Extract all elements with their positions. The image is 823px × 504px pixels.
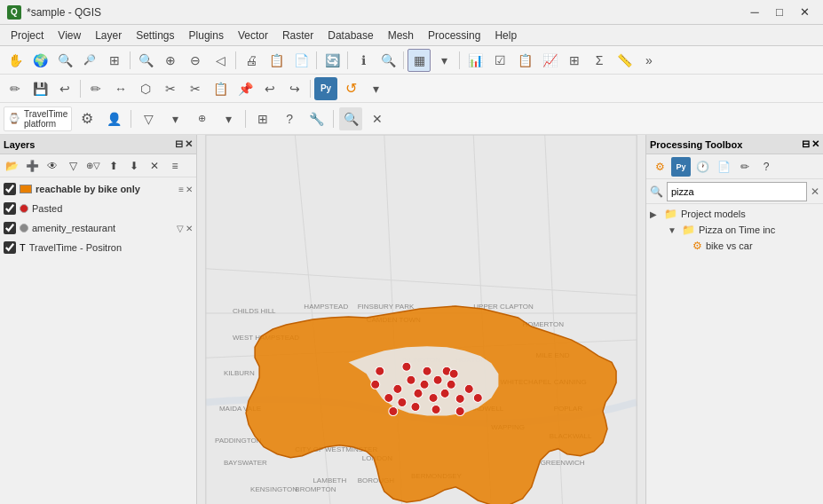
zoom-in2-button[interactable]: ⊕ — [159, 49, 182, 72]
tree-item-bike-vs-car[interactable]: ⚙ bike vs car — [646, 238, 823, 254]
pt-edit-button[interactable]: ✏ — [735, 157, 755, 177]
menu-mesh[interactable]: Mesh — [381, 28, 421, 43]
node-button[interactable]: ⬡ — [134, 77, 157, 100]
grid-button[interactable]: ⊞ — [563, 49, 586, 72]
layers-open-layer-button[interactable]: 📂 — [2, 156, 21, 176]
pt-history-button[interactable]: 🕐 — [692, 157, 712, 177]
processing-undock-button[interactable]: ⊟ — [802, 138, 810, 150]
digitize-button[interactable]: ✏ — [84, 77, 107, 100]
tree-item-pizza-on-time[interactable]: ▼ 📁 Pizza on Time inc — [646, 222, 823, 238]
layers-move-top-button[interactable]: ⬆ — [104, 156, 123, 176]
map-area[interactable]: CHILDS HILL WEST HAMPSTEAD KILBURN MAIDA… — [197, 135, 645, 504]
sum-button[interactable]: Σ — [588, 49, 611, 72]
layer-action-filter[interactable]: ▽ — [177, 224, 184, 233]
layer-check-pasted[interactable] — [4, 202, 16, 215]
zoom-prev-button[interactable]: ◁ — [209, 49, 232, 72]
rollback-button[interactable]: ↩ — [53, 77, 76, 100]
pan-tool-button[interactable]: ✋ — [4, 49, 27, 72]
table2-button[interactable]: 📋 — [513, 49, 536, 72]
tt-cross-button[interactable]: ✕ — [366, 107, 389, 130]
tt-route-button[interactable]: ⊕ — [190, 107, 213, 130]
python-button[interactable]: Py — [314, 77, 337, 100]
select-rect-button[interactable]: ▦ — [408, 49, 431, 72]
menu-layer[interactable]: Layer — [88, 28, 129, 43]
maximize-button[interactable]: □ — [768, 3, 791, 22]
copy-button[interactable]: 📋 — [209, 77, 232, 100]
layers-add-group-button[interactable]: ➕ — [22, 156, 42, 176]
menu-vector[interactable]: Vector — [231, 28, 275, 43]
layer-item-amenity[interactable]: amenity_restaurant ▽ ✕ — [0, 218, 196, 238]
zoom-out-button[interactable]: 🔎 — [78, 49, 101, 72]
close-button[interactable]: ✕ — [793, 3, 816, 22]
menu-database[interactable]: Database — [320, 28, 380, 43]
zoom-in-button[interactable]: 🔍 — [53, 49, 76, 72]
layer-check-traveltime[interactable] — [4, 241, 16, 254]
layers-visibility-button[interactable]: 👁 — [43, 156, 62, 176]
menu-processing[interactable]: Processing — [421, 28, 487, 43]
chart-button[interactable]: 📈 — [538, 49, 561, 72]
menu-raster[interactable]: Raster — [275, 28, 320, 43]
pt-help-button[interactable]: ? — [756, 157, 776, 177]
layer-action-edit[interactable]: ✕ — [186, 224, 193, 233]
layer-item-reachable[interactable]: reachable by bike only ≡ ✕ — [0, 179, 196, 199]
layers-filter2-button[interactable]: ⊕▽ — [83, 156, 103, 176]
tt-grid-button[interactable]: ⊞ — [251, 107, 274, 130]
tt-tools-button[interactable]: 🔧 — [305, 107, 328, 130]
layer-check-reachable[interactable] — [4, 183, 16, 195]
menu-settings[interactable]: Settings — [129, 28, 181, 43]
zoom-map-button[interactable]: 🔍 — [376, 49, 400, 72]
undo-button[interactable]: ↩ — [258, 77, 281, 100]
processing-search-input[interactable] — [667, 182, 807, 201]
menu-plugins[interactable]: Plugins — [182, 28, 231, 43]
macro-drop-button[interactable]: ▾ — [364, 77, 387, 100]
menu-view[interactable]: View — [51, 28, 88, 43]
print-button[interactable]: 🖨 — [240, 49, 263, 72]
tt-filter-drop-button[interactable]: ▾ — [163, 107, 186, 130]
layer-check-amenity[interactable] — [4, 222, 16, 234]
layers-close-button[interactable]: ✕ — [185, 138, 193, 150]
zoom-out2-button[interactable]: ⊖ — [184, 49, 207, 72]
layers-move-bottom-button[interactable]: ⬇ — [124, 156, 144, 176]
processing-search-clear[interactable]: ✕ — [811, 185, 819, 198]
layers-undock-button[interactable]: ⊟ — [175, 138, 183, 150]
tt-route-drop-button[interactable]: ▾ — [217, 107, 240, 130]
delete-button[interactable]: ✂ — [159, 77, 182, 100]
save-edit-button[interactable]: 💾 — [28, 77, 51, 100]
check-button[interactable]: ☑ — [488, 49, 511, 72]
attr-table-button[interactable]: 📄 — [289, 49, 313, 72]
minimize-button[interactable]: ─ — [743, 3, 766, 22]
zoom-full-button[interactable]: 🌍 — [28, 49, 51, 72]
pt-python-button[interactable]: Py — [671, 157, 691, 177]
zoom-layer-button[interactable]: ⊞ — [103, 49, 126, 72]
tree-item-project-models[interactable]: ▶ 📁 Project models — [646, 206, 823, 222]
tt-settings-button[interactable]: ⚙ — [75, 107, 99, 130]
redo-button[interactable]: ↪ — [283, 77, 306, 100]
identify-button[interactable]: 🔍 — [134, 49, 157, 72]
layer-action-icon2[interactable]: ✕ — [186, 185, 193, 194]
pt-results-button[interactable]: 📄 — [714, 157, 733, 177]
move-button[interactable]: ↔ — [109, 77, 132, 100]
pencil-button[interactable]: ✏ — [4, 77, 27, 100]
menu-project[interactable]: Project — [4, 28, 51, 43]
refresh-button[interactable]: 🔄 — [320, 49, 344, 72]
processing-close-button[interactable]: ✕ — [811, 138, 819, 150]
layer-item-pasted[interactable]: Pasted — [0, 199, 196, 218]
layer-action-icon1[interactable]: ≡ — [178, 185, 184, 194]
layers-filter-button[interactable]: ▽ — [63, 156, 83, 176]
identify2-button[interactable]: ℹ — [352, 49, 375, 72]
select-drop-button[interactable]: ▾ — [432, 49, 455, 72]
tt-help-button[interactable]: ? — [278, 107, 301, 130]
menu-help[interactable]: Help — [487, 28, 524, 43]
more-button[interactable]: » — [637, 49, 661, 72]
layers-options-button[interactable]: ≡ — [165, 156, 185, 176]
tt-filter-button[interactable]: ▽ — [137, 107, 160, 130]
pt-settings-button[interactable]: ⚙ — [650, 157, 669, 177]
layer-item-traveltime[interactable]: T TravelTime - Positron — [0, 238, 196, 257]
tt-user-button[interactable]: 👤 — [102, 107, 125, 130]
tt-search-button[interactable]: 🔍 — [339, 107, 362, 130]
ruler-button[interactable]: 📏 — [613, 49, 636, 72]
macro-button[interactable]: ↺ — [339, 77, 362, 100]
layers-remove-button[interactable]: ✕ — [145, 156, 164, 176]
cut-button[interactable]: ✂ — [184, 77, 207, 100]
atlas-button[interactable]: 📋 — [265, 49, 288, 72]
